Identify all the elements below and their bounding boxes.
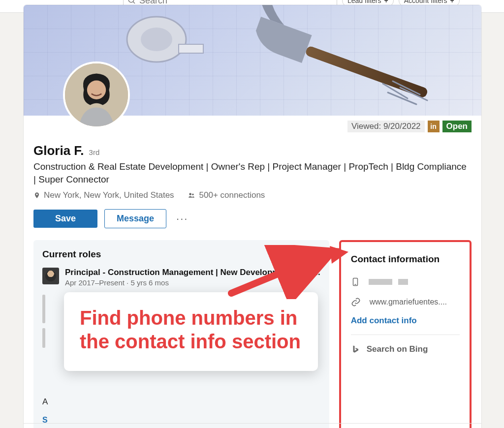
linkedin-icon[interactable]: in [428, 121, 440, 132]
contact-info-title: Contact information [351, 254, 460, 265]
role-title: Principal - Construction Management | Ne… [65, 268, 320, 277]
role-subtitle: Apr 2017–Present · 5 yrs 6 mos [65, 278, 320, 287]
svg-point-3 [141, 28, 172, 51]
location-pin-icon [33, 191, 40, 200]
contact-phone-row[interactable] [351, 275, 460, 288]
search-on-bing-button[interactable]: Search on Bing [351, 344, 460, 355]
more-actions-button[interactable]: ··· [173, 211, 191, 227]
annotation-text: Find phone numbers in the contact info s… [80, 306, 302, 353]
annotation-callout: Find phone numbers in the contact info s… [64, 292, 318, 371]
save-button[interactable]: Save [33, 210, 97, 228]
svg-line-9 [388, 92, 416, 104]
svg-rect-4 [179, 44, 203, 53]
profile-header: Viewed: 9/20/2022 in Open Gloria F. 3rd … [24, 116, 481, 235]
account-filters-label: Account filters [404, 0, 447, 4]
connections[interactable]: 500+ connections [187, 190, 265, 200]
avatar-placeholder-icon [65, 63, 128, 126]
role-item-stub [42, 328, 45, 348]
add-contact-info-link[interactable]: Add contact info [351, 316, 460, 326]
lead-filters-label: Lead filters [347, 0, 381, 4]
svg-point-15 [192, 194, 194, 196]
svg-point-13 [87, 81, 106, 99]
contact-website-text: www.gmariefuentes.... [370, 298, 447, 306]
profile-name: Gloria F. [33, 143, 84, 158]
message-button[interactable]: Message [104, 209, 166, 228]
nails-icon [378, 79, 437, 108]
bing-icon [351, 344, 360, 355]
contact-website-row[interactable]: www.gmariefuentes.... [351, 297, 460, 307]
plus-icon: + [450, 0, 454, 4]
connections-text: 500+ connections [199, 190, 265, 200]
contact-info-panel: Contact information www.gmariefuentes...… [339, 240, 472, 428]
bing-label: Search on Bing [367, 344, 428, 354]
svg-point-14 [189, 193, 191, 196]
divider [24, 423, 481, 424]
viewed-row: Viewed: 9/20/2022 in Open [347, 121, 472, 132]
location: New York, New York, United States [33, 190, 174, 200]
viewed-badge: Viewed: 9/20/2022 [347, 121, 425, 132]
role-item[interactable]: Principal - Construction Management | Ne… [42, 268, 320, 287]
avatar[interactable] [63, 61, 130, 128]
svg-line-10 [400, 88, 427, 100]
link-icon [351, 297, 361, 307]
phone-icon [351, 275, 360, 288]
tape-measure-icon [122, 10, 206, 74]
people-icon [187, 192, 196, 199]
connection-degree: 3rd [89, 148, 100, 156]
profile-actions: Save Message ··· [33, 209, 472, 228]
redacted-phone [369, 279, 408, 285]
profile-headline: Construction & Real Estate Development |… [33, 160, 472, 185]
role-item-stub [42, 295, 45, 323]
truncated-letter: A [42, 397, 320, 407]
divider [351, 335, 460, 335]
svg-line-1 [133, 1, 135, 3]
plus-icon: + [384, 0, 388, 4]
open-badge: Open [442, 121, 472, 132]
search-icon [127, 0, 136, 5]
current-roles-title: Current roles [42, 249, 320, 260]
company-logo-icon [42, 268, 59, 284]
location-text: New York, New York, United States [44, 190, 174, 200]
